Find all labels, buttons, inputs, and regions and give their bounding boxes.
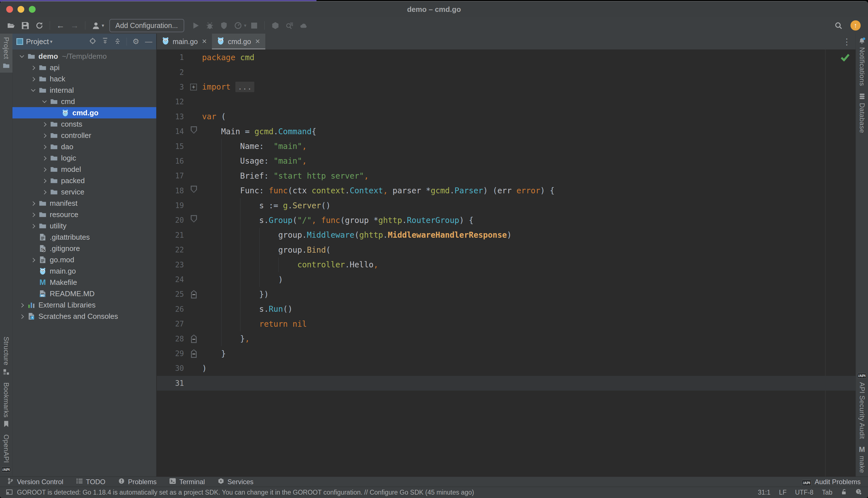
chevron-right-icon[interactable] — [40, 191, 49, 194]
tool-window-button-problems[interactable]: Problems — [118, 478, 157, 486]
code-line-25[interactable]: 25 }) — [157, 287, 856, 302]
debug-icon[interactable] — [203, 19, 216, 31]
select-opened-file-icon[interactable] — [89, 38, 96, 45]
code-line-13[interactable]: 13var ( — [157, 109, 856, 124]
close-tab-icon[interactable]: ✕ — [202, 38, 207, 45]
services-hexagon-icon[interactable] — [269, 19, 282, 31]
tree-item-cmd[interactable]: cmd — [12, 96, 156, 107]
chevron-down-icon[interactable] — [40, 100, 49, 103]
caret-position[interactable]: 31:1 — [758, 489, 771, 496]
project-view-dropdown-icon[interactable]: ▾ — [50, 39, 53, 45]
chevron-right-icon[interactable] — [28, 77, 38, 81]
tree-item-hack[interactable]: hack — [12, 73, 156, 84]
chevron-right-icon[interactable] — [40, 179, 49, 182]
profiler-icon[interactable] — [232, 19, 245, 31]
chevron-right-icon[interactable] — [40, 123, 49, 126]
open-folder-icon[interactable] — [4, 19, 17, 31]
sync-icon[interactable] — [33, 19, 46, 31]
code-line-18[interactable]: 18 Func: func(ctx context.Context, parse… — [157, 183, 856, 198]
tree-item-consts[interactable]: consts — [12, 118, 156, 130]
chevron-right-icon[interactable] — [17, 315, 27, 318]
code-line-26[interactable]: 26 s.Run() — [157, 302, 856, 316]
tree-item-dao[interactable]: dao — [12, 141, 156, 152]
line-separator[interactable]: LF — [779, 489, 787, 496]
tool-window-button-openapi[interactable]: OpenAPI/API — [0, 431, 12, 476]
code-line-20[interactable]: 20 s.Group("/", func(group *ghttp.Router… — [157, 213, 856, 227]
code-line-2[interactable]: 2 — [157, 65, 856, 79]
user-profile-icon[interactable] — [89, 19, 102, 31]
tool-window-button-audit-problems[interactable]: /APIAudit Problems — [802, 478, 861, 486]
code-line-19[interactable]: 19 s := g.Server() — [157, 198, 856, 213]
stop-icon[interactable] — [248, 19, 261, 31]
close-tab-icon[interactable]: ✕ — [255, 38, 260, 45]
tool-window-button-services[interactable]: Services — [218, 478, 253, 486]
lock-open-icon[interactable] — [841, 489, 847, 497]
tool-window-button-notifications[interactable]: Notifications — [856, 34, 868, 89]
code-line-1[interactable]: 1package cmd — [157, 50, 856, 65]
run-with-coverage-icon[interactable] — [217, 19, 230, 31]
file-encoding[interactable]: UTF-8 — [795, 489, 813, 496]
tree-item-readme-md[interactable]: MDREADME.MD — [12, 288, 156, 299]
tree-item-packed[interactable]: packed — [12, 175, 156, 186]
tree-item-resource[interactable]: resource — [12, 209, 156, 220]
tree-item-gitattributes[interactable]: .gitattributes — [12, 232, 156, 243]
tool-window-button-version-control[interactable]: Version Control — [7, 478, 63, 486]
tree-item-demo[interactable]: demo~/Temp/demo — [12, 51, 156, 62]
code-line-3[interactable]: 3+import ... — [157, 80, 856, 94]
help-settings-icon[interactable]: ? — [856, 489, 862, 497]
project-panel-title[interactable]: Project — [26, 37, 49, 46]
chevron-right-icon[interactable] — [28, 258, 38, 261]
tree-item-utility[interactable]: utility — [12, 220, 156, 232]
forward-icon[interactable]: → — [68, 19, 81, 31]
tab-options-icon[interactable]: ⋮ — [843, 34, 856, 50]
tool-window-button-make[interactable]: Mmake — [856, 442, 868, 476]
minimize-window-button[interactable] — [17, 6, 24, 13]
tool-window-button-project[interactable]: Project — [0, 34, 12, 73]
code-line-22[interactable]: 22 group.Bind( — [157, 243, 856, 257]
code-line-27[interactable]: 27 return nil — [157, 316, 856, 331]
cloud-icon[interactable] — [297, 19, 310, 31]
code-line-24[interactable]: 24 ) — [157, 272, 856, 287]
tree-item-controller[interactable]: controller — [12, 130, 156, 141]
tree-item-go-mod[interactable]: go.mod — [12, 254, 156, 265]
code-line-21[interactable]: 21 group.Middleware(ghttp.MiddlewareHand… — [157, 228, 856, 243]
tool-window-button-api-security-audit[interactable]: /APIAPI Security Audit — [856, 369, 868, 442]
chevron-down-icon[interactable] — [17, 55, 27, 58]
code-line-29[interactable]: 29 } — [157, 346, 856, 361]
code-line-23[interactable]: 23 controller.Hello, — [157, 257, 856, 272]
tool-window-button-bookmarks[interactable]: Bookmarks — [0, 379, 12, 431]
save-all-icon[interactable] — [19, 19, 32, 31]
status-message[interactable]: GOROOT is detected: Go 1.18.4 is automat… — [17, 489, 474, 496]
tree-item-model[interactable]: model — [12, 163, 156, 175]
indent-style[interactable]: Tab — [822, 489, 832, 496]
chevron-right-icon[interactable] — [40, 145, 49, 148]
back-icon[interactable]: ← — [54, 19, 67, 31]
code-line-15[interactable]: 15 Name: "main", — [157, 139, 856, 154]
tree-item-service[interactable]: service — [12, 186, 156, 198]
close-window-button[interactable] — [6, 6, 13, 13]
fold-end-icon[interactable] — [191, 290, 197, 299]
search-everywhere-icon[interactable] — [832, 19, 845, 31]
tree-item-scratches-and-consoles[interactable]: Scratches and Consoles — [12, 311, 156, 322]
chevron-down-icon[interactable] — [28, 89, 38, 92]
tool-window-button-database[interactable]: Database — [856, 89, 868, 136]
tree-item-makefile[interactable]: MMakefile — [12, 277, 156, 288]
chevron-right-icon[interactable] — [40, 134, 49, 137]
tree-item-external-libraries[interactable]: External Libraries — [12, 299, 156, 311]
run-icon[interactable] — [189, 19, 202, 31]
fold-expand-icon[interactable]: + — [190, 84, 197, 90]
fold-open-icon[interactable] — [191, 126, 197, 134]
chevron-right-icon[interactable] — [28, 66, 38, 69]
tool-window-button-structure[interactable]: Structure — [0, 333, 12, 379]
tool-window-button-terminal[interactable]: Terminal — [170, 478, 205, 486]
chevron-right-icon[interactable] — [40, 168, 49, 171]
chevron-right-icon[interactable] — [28, 202, 38, 205]
profiler-dropdown-icon[interactable]: ▾ — [244, 23, 247, 28]
tool-window-button-todo[interactable]: TODO — [76, 478, 105, 486]
chevron-right-icon[interactable] — [28, 224, 38, 227]
tool-window-layout-icon[interactable] — [6, 489, 12, 496]
code-line-16[interactable]: 16 Usage: "main", — [157, 154, 856, 168]
fold-open-icon[interactable] — [191, 186, 197, 193]
tree-item-main-go[interactable]: main.go — [12, 265, 156, 277]
fold-open-icon[interactable] — [191, 215, 197, 222]
